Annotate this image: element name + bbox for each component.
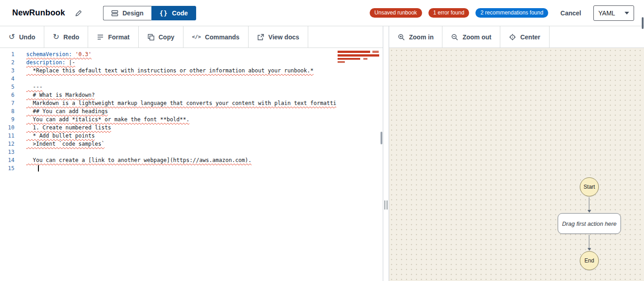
minimap-error-mark [338, 51, 370, 53]
line-number: 10 [0, 124, 14, 132]
tab-design-label: Design [122, 10, 144, 17]
commands-label: Commands [205, 33, 240, 41]
format-label: Format [108, 33, 129, 41]
cancel-button[interactable]: Cancel [560, 10, 581, 17]
commands-button[interactable]: </> Commands [183, 26, 249, 48]
zoom-in-icon [398, 33, 405, 41]
copy-icon [147, 33, 155, 41]
pencil-icon [75, 10, 82, 17]
runbook-editor-app: NewRunbook Design {} Code Unsaved runboo… [0, 0, 644, 281]
code-line[interactable]: 1schemaVersion: '0.3' [0, 50, 383, 58]
code-braces-icon: {} [160, 10, 168, 17]
language-select[interactable]: YAML [593, 5, 634, 21]
center-label: Center [520, 33, 540, 41]
zoom-in-label: Zoom in [409, 33, 433, 41]
tab-design[interactable]: Design [103, 6, 151, 20]
undo-button[interactable]: ↺ Undo [0, 26, 44, 48]
zoom-out-button[interactable]: Zoom out [442, 26, 500, 48]
line-number: 5 [0, 83, 14, 91]
editor-minimap[interactable] [336, 48, 383, 281]
code-line[interactable]: 3 *Replace this default text with instru… [0, 67, 383, 75]
code-line[interactable]: 11 * Add bullet points [0, 132, 383, 140]
code-text: # What is Markdown? [26, 91, 95, 99]
editor-toolbar: ↺ Undo ↻ Redo Format Copy </> Comman [0, 26, 383, 48]
line-number: 4 [0, 75, 14, 83]
status-badges: Unsaved runbook 1 error found 2 recommen… [370, 8, 549, 18]
zoom-out-icon [451, 33, 458, 41]
code-text: >Indent `code samples` [26, 140, 104, 148]
view-docs-button[interactable]: View docs [249, 26, 308, 48]
code-text: You can add *italics* or make the font *… [26, 115, 189, 124]
minimap-error-mark [338, 61, 345, 63]
yaml-code-editor[interactable]: 1schemaVersion: '0.3'2description: |-3 *… [0, 48, 383, 281]
line-number: 2 [0, 58, 14, 67]
header: NewRunbook Design {} Code Unsaved runboo… [0, 0, 644, 26]
zoom-in-button[interactable]: Zoom in [389, 26, 442, 48]
page-title: NewRunbook [12, 8, 65, 18]
line-number: 9 [0, 115, 14, 124]
code-line[interactable]: 12 >Indent `code samples` [0, 140, 383, 148]
line-number: 3 [0, 67, 14, 75]
start-node[interactable]: Start [580, 177, 599, 196]
redo-button[interactable]: ↻ Redo [44, 26, 88, 48]
design-icon [111, 10, 118, 17]
code-line[interactable]: 8 ## You can add headings [0, 107, 383, 115]
code-text: schemaVersion: '0.3' [26, 50, 92, 58]
page-scrollbar-thumb[interactable] [642, 17, 644, 29]
line-number: 14 [0, 156, 14, 164]
code-text: *Replace this default text with instruct… [26, 67, 314, 75]
canvas-pane: Zoom in Zoom out Center Start Drag first… [389, 26, 644, 281]
undo-label: Undo [19, 33, 35, 41]
redo-icon: ↻ [53, 33, 59, 41]
flow-canvas[interactable]: Start Drag first action here End [389, 48, 644, 281]
code-line[interactable]: 2description: |- [0, 58, 383, 67]
editor-scrollbar-thumb[interactable] [381, 132, 382, 144]
center-target-icon [509, 33, 516, 41]
line-number: 6 [0, 91, 14, 99]
undo-icon: ↺ [9, 33, 15, 41]
canvas-toolbar: Zoom in Zoom out Center [389, 26, 644, 48]
code-line[interactable]: 7 Markdown is a lightweight markup langu… [0, 99, 383, 107]
edit-title-button[interactable] [75, 10, 82, 17]
language-select-value: YAML [598, 10, 615, 17]
flow-arrow [589, 235, 589, 248]
code-text: --- [26, 83, 42, 91]
main-body: ↺ Undo ↻ Redo Format Copy </> Comman [0, 26, 644, 281]
external-link-icon [257, 33, 264, 41]
code-line[interactable]: 13 [0, 148, 383, 156]
view-docs-label: View docs [268, 33, 299, 41]
commands-icon: </> [192, 34, 201, 40]
line-number: 13 [0, 148, 14, 156]
drop-first-action-target[interactable]: Drag first action here [558, 213, 621, 234]
copy-button[interactable]: Copy [139, 26, 183, 48]
tab-code[interactable]: {} Code [151, 6, 196, 20]
line-number: 12 [0, 140, 14, 148]
code-line[interactable]: 9 You can add *italics* or make the font… [0, 115, 383, 124]
code-line[interactable]: 10 1. Create numbered lists [0, 124, 383, 132]
flow-arrow [589, 197, 589, 210]
end-node[interactable]: End [580, 251, 599, 270]
chevron-down-icon [625, 12, 629, 14]
recommendations-badge[interactable]: 2 recommendations found [475, 8, 548, 18]
code-line[interactable]: 6 # What is Markdown? [0, 91, 383, 99]
line-number: 8 [0, 107, 14, 115]
format-icon [97, 33, 104, 41]
code-text: description: |- [26, 58, 75, 67]
code-text: You can create a [link to another webpag… [26, 156, 252, 164]
minimap-error-mark [372, 51, 379, 53]
error-count-badge[interactable]: 1 error found [428, 8, 470, 18]
code-line[interactable]: 4 [0, 75, 383, 83]
line-number: 1 [0, 50, 14, 58]
redo-label: Redo [63, 33, 79, 41]
code-pane: ↺ Undo ↻ Redo Format Copy </> Comman [0, 26, 383, 281]
pane-splitter[interactable] [383, 26, 389, 281]
center-button[interactable]: Center [500, 26, 549, 48]
format-button[interactable]: Format [88, 26, 138, 48]
copy-label: Copy [159, 33, 174, 41]
code-line[interactable]: 15 [0, 164, 383, 172]
minimap-error-mark [338, 54, 379, 57]
code-line[interactable]: 14 You can create a [link to another web… [0, 156, 383, 164]
view-toggle: Design {} Code [103, 6, 196, 20]
code-line[interactable]: 5 --- [0, 83, 383, 91]
minimap-error-mark [363, 58, 367, 60]
